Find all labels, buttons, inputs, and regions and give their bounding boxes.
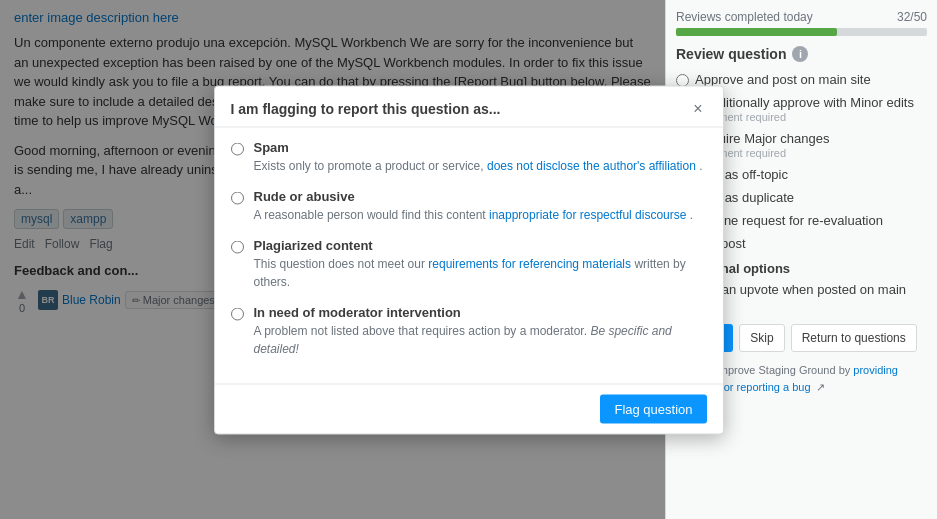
flag-moderator-title: In need of moderator intervention (254, 304, 707, 319)
flag-option-rude: Rude or abusive A reasonable person woul… (231, 188, 707, 223)
review-question-header: Review question i (676, 46, 927, 62)
flag-plagiarized-radio[interactable] (231, 240, 244, 253)
progress-value: 32/50 (897, 10, 927, 24)
modal-header: I am flagging to report this question as… (215, 86, 723, 127)
flag-spam-desc: Exists only to promote a product or serv… (254, 156, 703, 174)
review-question-title: Review question (676, 46, 786, 62)
flag-rude-title: Rude or abusive (254, 188, 694, 203)
flag-rude-desc: A reasonable person would find this cont… (254, 205, 694, 223)
flag-plagiarized-title: Plagiarized content (254, 237, 707, 252)
flag-moderator-radio[interactable] (231, 307, 244, 320)
flag-spam-title: Spam (254, 139, 703, 154)
flag-spam-radio[interactable] (231, 142, 244, 155)
progress-label-text: Reviews completed today (676, 10, 813, 24)
progress-bar-fill (676, 28, 837, 36)
rude-inappropriate-link[interactable]: inappropriate for respectful discourse (489, 207, 686, 221)
plagiarized-requirements-link[interactable]: requirements for referencing materials (428, 256, 631, 270)
flag-plagiarized-desc: This question does not meet our requirem… (254, 254, 707, 290)
progress-section: Reviews completed today 32/50 (676, 10, 927, 36)
progress-bar-bg (676, 28, 927, 36)
flag-option-moderator: In need of moderator intervention A prob… (231, 304, 707, 357)
flag-option-spam: Spam Exists only to promote a product or… (231, 139, 707, 174)
modal-close-button[interactable]: × (689, 100, 706, 116)
flag-rude-radio[interactable] (231, 191, 244, 204)
info-icon[interactable]: i (792, 46, 808, 62)
modal-dialog: I am flagging to report this question as… (214, 85, 724, 434)
modal-title: I am flagging to report this question as… (231, 100, 501, 116)
flag-submit-button[interactable]: Flag question (600, 394, 706, 423)
modal-body: Spam Exists only to promote a product or… (215, 127, 723, 383)
return-button[interactable]: Return to questions (791, 324, 917, 352)
flag-moderator-desc: A problem not listed above that requires… (254, 321, 707, 357)
modal-footer: Flag question (215, 383, 723, 433)
flag-option-plagiarized: Plagiarized content This question does n… (231, 237, 707, 290)
external-link-icon: ↗ (816, 381, 825, 393)
spam-affiliation-link[interactable]: does not disclose the author's affiliati… (487, 158, 696, 172)
skip-button[interactable]: Skip (739, 324, 784, 352)
